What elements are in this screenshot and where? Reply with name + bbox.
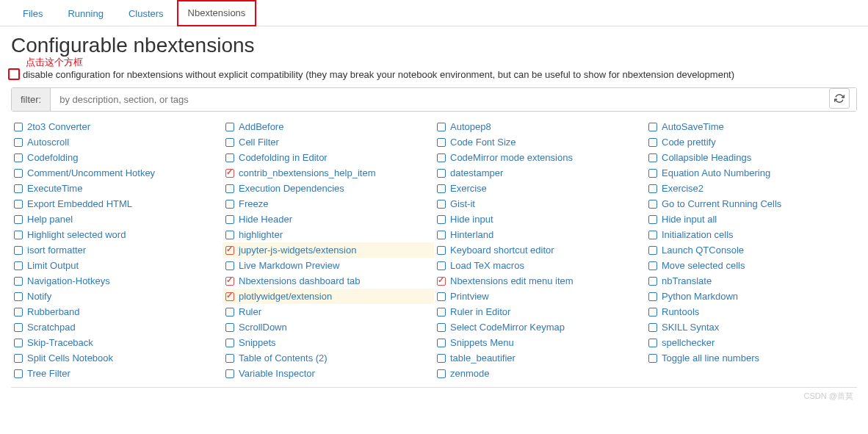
extension-item[interactable]: Hide Header <box>223 211 434 227</box>
extension-checkbox[interactable] <box>648 354 657 363</box>
extension-checkbox[interactable] <box>14 215 23 224</box>
extension-item[interactable]: Comment/Uncomment Hotkey <box>11 165 223 181</box>
extension-checkbox[interactable] <box>14 292 23 301</box>
extension-checkbox[interactable] <box>14 354 23 363</box>
extension-checkbox[interactable] <box>225 261 234 270</box>
extension-item[interactable]: Runtools <box>645 304 857 319</box>
extension-item[interactable]: contrib_nbextensions_help_item <box>223 165 434 181</box>
extension-checkbox[interactable] <box>225 292 234 301</box>
extension-item[interactable]: zenmode <box>434 366 645 381</box>
extension-checkbox[interactable] <box>648 261 657 270</box>
extension-item[interactable]: Load TeX macros <box>434 258 645 273</box>
extension-checkbox[interactable] <box>14 277 23 286</box>
extension-checkbox[interactable] <box>14 369 23 378</box>
extension-checkbox[interactable] <box>437 231 446 239</box>
extension-item[interactable]: Ruler in Editor <box>434 304 645 319</box>
extension-checkbox[interactable] <box>225 184 234 193</box>
extension-item[interactable]: Rubberband <box>11 304 223 319</box>
extension-item[interactable]: Navigation-Hotkeys <box>11 273 223 289</box>
extension-item[interactable]: Freeze <box>223 196 434 211</box>
extension-checkbox[interactable] <box>14 323 23 332</box>
extension-item[interactable]: 2to3 Converter <box>11 119 223 134</box>
extension-item[interactable]: Launch QTConsole <box>645 242 857 258</box>
extension-item[interactable]: AddBefore <box>223 119 434 134</box>
extension-item[interactable]: Tree Filter <box>11 366 223 381</box>
extension-item[interactable]: Codefolding in Editor <box>223 150 434 165</box>
extension-checkbox[interactable] <box>14 169 23 178</box>
extension-checkbox[interactable] <box>437 354 446 363</box>
extension-checkbox[interactable] <box>437 261 446 270</box>
extension-item[interactable]: Cell Filter <box>223 134 434 150</box>
extension-item[interactable]: Printview <box>434 289 645 304</box>
extension-checkbox[interactable] <box>648 323 657 332</box>
filter-input[interactable] <box>51 88 856 111</box>
extension-item[interactable]: Hide input all <box>645 211 857 227</box>
extension-item[interactable]: Split Cells Notebook <box>11 350 223 366</box>
extension-checkbox[interactable] <box>225 354 234 363</box>
extension-item[interactable]: Snippets Menu <box>434 335 645 350</box>
extension-checkbox[interactable] <box>14 200 23 209</box>
extension-item[interactable]: Codefolding <box>11 150 223 165</box>
extension-checkbox[interactable] <box>648 200 657 209</box>
extension-checkbox[interactable] <box>437 184 446 193</box>
extension-item[interactable]: ScrollDown <box>223 319 434 335</box>
extension-item[interactable]: Gist-it <box>434 196 645 211</box>
extension-checkbox[interactable] <box>225 369 234 378</box>
extension-checkbox[interactable] <box>648 277 657 286</box>
extension-item[interactable]: Snippets <box>223 335 434 350</box>
extension-item[interactable]: Ruler <box>223 304 434 319</box>
extension-item[interactable]: Hinterland <box>434 227 645 242</box>
extension-item[interactable]: Autopep8 <box>434 119 645 134</box>
extension-checkbox[interactable] <box>437 339 446 347</box>
tab-clusters[interactable]: Clusters <box>117 0 176 26</box>
extension-checkbox[interactable] <box>14 231 23 239</box>
extension-checkbox[interactable] <box>225 153 234 162</box>
extension-checkbox[interactable] <box>648 339 657 347</box>
extension-item[interactable]: plotlywidget/extension <box>223 289 434 304</box>
extension-checkbox[interactable] <box>225 138 234 147</box>
extension-checkbox[interactable] <box>14 184 23 193</box>
extension-item[interactable]: Nbextensions edit menu item <box>434 273 645 289</box>
extension-item[interactable]: Export Embedded HTML <box>11 196 223 211</box>
extension-item[interactable]: Keyboard shortcut editor <box>434 242 645 258</box>
extension-item[interactable]: datestamper <box>434 165 645 181</box>
extension-item[interactable]: Variable Inspector <box>223 366 434 381</box>
extension-checkbox[interactable] <box>225 308 234 317</box>
extension-checkbox[interactable] <box>225 231 234 239</box>
extension-item[interactable]: Help panel <box>11 211 223 227</box>
extension-checkbox[interactable] <box>437 323 446 332</box>
extension-item[interactable]: Live Markdown Preview <box>223 258 434 273</box>
extension-item[interactable]: nbTranslate <box>645 273 857 289</box>
extension-item[interactable]: Limit Output <box>11 258 223 273</box>
extension-checkbox[interactable] <box>437 123 446 131</box>
extension-checkbox[interactable] <box>437 138 446 147</box>
extension-checkbox[interactable] <box>14 261 23 270</box>
compat-checkbox[interactable] <box>8 68 20 80</box>
extension-checkbox[interactable] <box>14 153 23 162</box>
extension-item[interactable]: Initialization cells <box>645 227 857 242</box>
extension-item[interactable]: Table of Contents (2) <box>223 350 434 366</box>
extension-checkbox[interactable] <box>648 169 657 178</box>
extension-checkbox[interactable] <box>648 215 657 224</box>
extension-checkbox[interactable] <box>225 323 234 332</box>
extension-item[interactable]: Select CodeMirror Keymap <box>434 319 645 335</box>
extension-checkbox[interactable] <box>225 123 234 131</box>
extension-checkbox[interactable] <box>437 169 446 178</box>
extension-item[interactable]: Go to Current Running Cells <box>645 196 857 211</box>
extension-checkbox[interactable] <box>437 369 446 378</box>
extension-checkbox[interactable] <box>437 292 446 301</box>
tab-files[interactable]: Files <box>11 0 54 26</box>
extension-checkbox[interactable] <box>437 246 446 255</box>
extension-item[interactable]: Execution Dependencies <box>223 181 434 196</box>
extension-item[interactable]: jupyter-js-widgets/extension <box>223 242 434 258</box>
extension-checkbox[interactable] <box>14 246 23 255</box>
refresh-button[interactable] <box>829 88 850 109</box>
extension-item[interactable]: Nbextensions dashboard tab <box>223 273 434 289</box>
extension-checkbox[interactable] <box>225 200 234 209</box>
extension-checkbox[interactable] <box>225 215 234 224</box>
extension-checkbox[interactable] <box>437 308 446 317</box>
extension-item[interactable]: Code prettify <box>645 134 857 150</box>
extension-item[interactable]: table_beautifier <box>434 350 645 366</box>
extension-checkbox[interactable] <box>648 308 657 317</box>
extension-checkbox[interactable] <box>648 292 657 301</box>
